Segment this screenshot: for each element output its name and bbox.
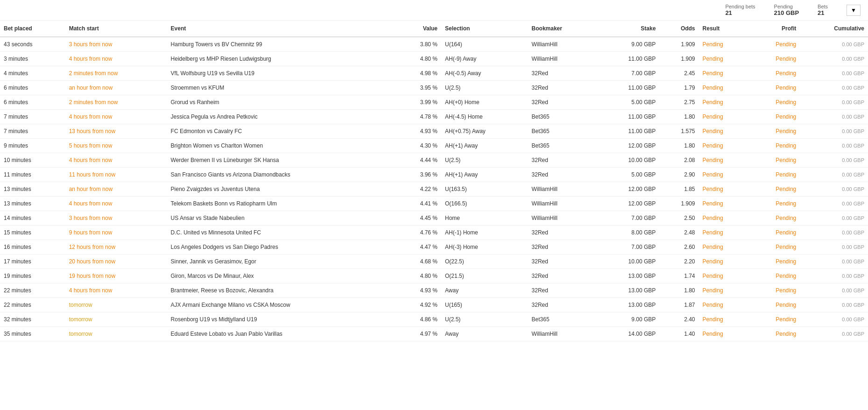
cell-event: Hamburg Towers vs BV Chemnitz 99 — [167, 37, 396, 52]
cell-event: San Francisco Giants vs Arizona Diamondb… — [167, 168, 396, 182]
cell-value: 4.45 % — [396, 211, 441, 226]
cell-selection: AH(+1) Away — [441, 139, 528, 153]
cell-bookmaker: WilliamHill — [528, 52, 597, 66]
cell-odds: 2.08 — [659, 153, 699, 168]
cell-profit: Pending — [749, 81, 800, 95]
cell-bookmaker: 32Red — [528, 168, 597, 182]
table-row: 14 minutes 3 hours from now US Ansar vs … — [0, 211, 868, 226]
cell-value: 4.98 % — [396, 66, 441, 81]
bets-label: Bets — [818, 4, 828, 9]
cell-result: Pending — [699, 182, 749, 197]
cell-odds: 1.85 — [659, 182, 699, 197]
cell-event: Rosenborg U19 vs Midtjylland U19 — [167, 312, 396, 327]
cell-result: Pending — [699, 211, 749, 226]
cell-result: Pending — [699, 124, 749, 139]
table-row: 32 minutes tomorrow Rosenborg U19 vs Mid… — [0, 312, 868, 327]
cell-event: US Ansar vs Stade Nabeulien — [167, 211, 396, 226]
cell-stake: 14.00 GBP — [596, 327, 659, 341]
cell-odds: 2.90 — [659, 168, 699, 182]
cell-stake: 10.00 GBP — [596, 153, 659, 168]
table-row: 11 minutes 11 hours from now San Francis… — [0, 168, 868, 182]
cell-result: Pending — [699, 226, 749, 240]
cell-event: Brantmeier, Reese vs Bozovic, Alexandra — [167, 283, 396, 298]
table-row: 3 minutes 4 hours from now Heidelberg vs… — [0, 52, 868, 66]
cell-bet-placed: 7 minutes — [0, 110, 65, 124]
table-row: 17 minutes 20 hours from now Sinner, Jan… — [0, 254, 868, 269]
cell-cumulative: 0.00 GBP — [800, 168, 868, 182]
cell-result: Pending — [699, 153, 749, 168]
cell-cumulative: 0.00 GBP — [800, 95, 868, 110]
chevron-down-icon: ▼ — [851, 7, 856, 14]
cell-match-start: 4 hours from now — [65, 52, 167, 66]
cell-match-start: an hour from now — [65, 182, 167, 197]
cell-result: Pending — [699, 327, 749, 341]
col-profit: Profit — [749, 21, 800, 37]
cell-result: Pending — [699, 283, 749, 298]
cell-stake: 13.00 GBP — [596, 269, 659, 283]
cell-bookmaker: 32Red — [528, 254, 597, 269]
cell-profit: Pending — [749, 298, 800, 312]
cell-selection: U(165) — [441, 298, 528, 312]
cell-event: Los Angeles Dodgers vs San Diego Padres — [167, 240, 396, 254]
cell-odds: 1.909 — [659, 197, 699, 211]
cell-stake: 7.00 GBP — [596, 66, 659, 81]
cell-selection: O(22.5) — [441, 254, 528, 269]
cell-bet-placed: 17 minutes — [0, 254, 65, 269]
cell-event: Eduard Esteve Lobato vs Juan Pablo Varil… — [167, 327, 396, 341]
cell-match-start: 19 hours from now — [65, 269, 167, 283]
cell-profit: Pending — [749, 124, 800, 139]
cell-odds: 2.48 — [659, 226, 699, 240]
cell-selection: O(21.5) — [441, 269, 528, 283]
cell-bet-placed: 35 minutes — [0, 327, 65, 341]
cell-match-start: 2 minutes from now — [65, 95, 167, 110]
cell-odds: 2.40 — [659, 312, 699, 327]
cell-stake: 13.00 GBP — [596, 283, 659, 298]
cell-match-start: 3 hours from now — [65, 211, 167, 226]
cell-result: Pending — [699, 298, 749, 312]
dropdown-button[interactable]: ▼ — [847, 5, 861, 16]
cell-bookmaker: WilliamHill — [528, 37, 597, 52]
cell-odds: 2.45 — [659, 66, 699, 81]
cell-bet-placed: 43 seconds — [0, 37, 65, 52]
cell-event: Werder Bremen II vs Lüneburger SK Hansa — [167, 153, 396, 168]
cell-match-start: 4 hours from now — [65, 110, 167, 124]
cell-bookmaker: 32Red — [528, 283, 597, 298]
pending-bets-value: 21 — [725, 9, 732, 16]
cell-selection: Home — [441, 211, 528, 226]
cell-odds: 1.909 — [659, 37, 699, 52]
cell-event: Pieno Zvaigzdes vs Juventus Utena — [167, 182, 396, 197]
cell-value: 3.95 % — [396, 81, 441, 95]
cell-stake: 9.00 GBP — [596, 37, 659, 52]
table-row: 13 minutes an hour from now Pieno Zvaigz… — [0, 182, 868, 197]
cell-event: Giron, Marcos vs De Minaur, Alex — [167, 269, 396, 283]
cell-event: D.C. United vs Minnesota United FC — [167, 226, 396, 240]
cell-result: Pending — [699, 168, 749, 182]
col-stake: Stake — [596, 21, 659, 37]
cell-selection: AH(+0.75) Away — [441, 124, 528, 139]
cell-cumulative: 0.00 GBP — [800, 327, 868, 341]
cell-odds: 1.909 — [659, 52, 699, 66]
cell-stake: 8.00 GBP — [596, 226, 659, 240]
cell-bet-placed: 15 minutes — [0, 226, 65, 240]
cell-bookmaker: 32Red — [528, 66, 597, 81]
cell-cumulative: 0.00 GBP — [800, 124, 868, 139]
cell-profit: Pending — [749, 240, 800, 254]
cell-bookmaker: Bet365 — [528, 139, 597, 153]
cell-match-start: tomorrow — [65, 312, 167, 327]
table-row: 6 minutes an hour from now Stroemmen vs … — [0, 81, 868, 95]
cell-odds: 1.575 — [659, 124, 699, 139]
cell-profit: Pending — [749, 139, 800, 153]
cell-result: Pending — [699, 240, 749, 254]
cell-stake: 11.00 GBP — [596, 81, 659, 95]
cell-match-start: 20 hours from now — [65, 254, 167, 269]
cell-profit: Pending — [749, 153, 800, 168]
pending-bets-label: Pending bets — [725, 4, 755, 9]
cell-value: 4.86 % — [396, 312, 441, 327]
table-row: 7 minutes 13 hours from now FC Edmonton … — [0, 124, 868, 139]
cell-cumulative: 0.00 GBP — [800, 81, 868, 95]
cell-match-start: 12 hours from now — [65, 240, 167, 254]
cell-bookmaker: 32Red — [528, 269, 597, 283]
cell-profit: Pending — [749, 254, 800, 269]
cell-profit: Pending — [749, 66, 800, 81]
table-row: 9 minutes 5 hours from now Brighton Wome… — [0, 139, 868, 153]
